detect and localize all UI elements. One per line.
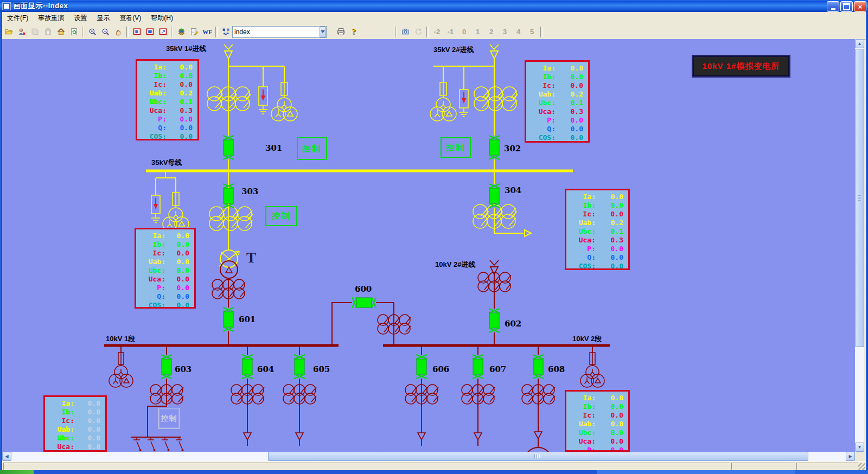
breaker-605[interactable]: [294, 355, 305, 379]
control-button-302[interactable]: 控制: [441, 137, 471, 158]
window-border-left: [0, 12, 2, 470]
measurement-row: Ib:0.0: [569, 201, 623, 210]
label-breaker-602: 602: [505, 319, 521, 329]
measurement-row: P:0.0: [528, 116, 583, 125]
main-transformer[interactable]: [219, 250, 239, 278]
label-breaker-304: 304: [505, 185, 521, 195]
pan-hand-button[interactable]: [112, 26, 125, 38]
replay-button-disabled: [412, 26, 425, 38]
switch-4[interactable]: [176, 437, 184, 451]
switch-1[interactable]: [133, 437, 142, 451]
start-button[interactable]: [0, 470, 34, 474]
label-transformer: T: [246, 249, 256, 266]
taskbar: [0, 470, 868, 474]
window-title: 画面显示--index: [14, 1, 68, 11]
scroll-down-button[interactable]: ▼: [855, 443, 864, 452]
measurement-row: Ib:0.0: [139, 72, 193, 80]
vertical-scroll-thumb[interactable]: [855, 49, 864, 347]
menu-item-2[interactable]: 事故重演: [33, 12, 69, 24]
screen-selector-combobox[interactable]: [232, 26, 327, 38]
menu-item-6[interactable]: 帮助(H): [146, 12, 178, 24]
measurement-row: P:0.0: [138, 284, 189, 292]
minimize-button[interactable]: [827, 1, 839, 12]
label-bus-10kv-2: 10kV 2段: [572, 334, 602, 344]
vertical-scrollbar[interactable]: ▲ ▼: [855, 39, 864, 452]
measurement-row: Ib:0.0: [138, 240, 189, 249]
menu-item-5[interactable]: 查看(V): [114, 12, 146, 24]
label-breaker-603: 603: [175, 364, 192, 374]
measurement-row: Ubc:0.0: [47, 434, 100, 443]
help-button[interactable]: ?: [347, 26, 360, 38]
toolbar: WF ? -2-1012345: [2, 24, 866, 40]
taskbar-window-button[interactable]: [597, 470, 795, 474]
view-panel-2-button[interactable]: [143, 26, 156, 38]
snapshot-button[interactable]: [399, 26, 412, 38]
layers-button[interactable]: [175, 26, 188, 38]
arrester-1: [259, 87, 267, 114]
zoom-out-button[interactable]: [99, 26, 112, 38]
menu-item-1[interactable]: 文件(F): [2, 12, 33, 24]
scroll-up-button[interactable]: ▲: [855, 39, 864, 48]
measurement-row: P:0.0: [139, 115, 193, 124]
control-button-603-disabled: 控制: [158, 408, 180, 429]
breaker-301[interactable]: [223, 136, 234, 159]
window-border-right: [866, 12, 868, 470]
measurement-row: Ia:0.0: [139, 63, 193, 72]
measurement-panel-304: Ia:0.0Ib:0.0Ic:0.0Uab:0.2Ubc:0.1Uca:0.3P…: [565, 189, 630, 270]
pt-incoming-1: [271, 80, 297, 121]
ct-304: [473, 204, 517, 228]
level-5: 5: [525, 28, 539, 36]
control-button-303[interactable]: 控制: [265, 206, 297, 226]
view-panel-1-button[interactable]: [130, 26, 143, 38]
open-file-button[interactable]: [2, 26, 15, 38]
measurement-row: Ia:0.0: [47, 399, 100, 408]
breaker-603[interactable]: [161, 355, 172, 379]
breaker-604[interactable]: [242, 355, 253, 379]
measurement-row: Uab:0.0: [47, 425, 100, 434]
feeder-arrow-604: [244, 433, 251, 440]
combobox-dropdown-button[interactable]: [320, 27, 326, 37]
switch-2[interactable]: [148, 437, 156, 451]
home-view-button[interactable]: [54, 26, 67, 38]
measurement-row: Ic:0.0: [139, 80, 193, 89]
properties-button[interactable]: [188, 26, 201, 38]
print-button[interactable]: [334, 26, 347, 38]
single-line-diagram: [2, 39, 855, 452]
measurement-row: Uca:0.0: [47, 443, 100, 451]
measurement-row: Uca:0.3: [528, 107, 583, 116]
breaker-602[interactable]: [489, 309, 500, 332]
menu-item-4[interactable]: 显示: [92, 12, 114, 24]
maximize-button[interactable]: [840, 1, 853, 12]
label-breaker-600: 600: [355, 284, 372, 294]
horizontal-scroll-thumb[interactable]: [268, 452, 808, 461]
refresh-button[interactable]: [67, 26, 80, 38]
pt-incoming-2: [430, 80, 456, 121]
breaker-302[interactable]: [489, 136, 500, 159]
user-login-button[interactable]: [15, 26, 28, 38]
breaker-600-bustie[interactable]: [352, 297, 376, 308]
breaker-606[interactable]: [416, 355, 427, 379]
measurement-row: COS:0.0: [569, 262, 623, 270]
breaker-608[interactable]: [533, 355, 544, 379]
app-window: 画面显示--index × 文件(F)事故重演设置显示查看(V)帮助(H): [0, 0, 868, 474]
scroll-left-button[interactable]: ◀: [2, 452, 11, 461]
taskbar-tray: [795, 470, 868, 474]
zoom-in-button[interactable]: [86, 26, 99, 38]
horizontal-scrollbar[interactable]: ◀ ▶: [2, 452, 855, 461]
scroll-right-button[interactable]: ▶: [846, 452, 855, 461]
label-incoming-1: 35kV 1#进线: [166, 44, 206, 54]
view-panel-3-button[interactable]: [156, 26, 169, 38]
breaker-607[interactable]: [473, 355, 483, 379]
measurement-row: Ic:0.0: [47, 417, 100, 425]
breaker-601[interactable]: [223, 308, 234, 331]
measurement-row: Ib:0.0: [528, 73, 583, 81]
station-name-banner: 10kV 1#模拟变电所: [692, 55, 790, 78]
node-browser-button[interactable]: [219, 26, 232, 38]
resize-grip[interactable]: [858, 463, 865, 470]
switch-3[interactable]: [162, 437, 170, 451]
control-button-301[interactable]: 控制: [297, 137, 327, 160]
menu-item-3[interactable]: 设置: [69, 12, 92, 24]
single-line-diagram-canvas: 35kV 1#进线 35kV 2#进线 35kV母线 10kV 2#进线 10k…: [2, 39, 855, 452]
close-button[interactable]: ×: [854, 1, 866, 12]
wf-mode-button[interactable]: WF: [201, 26, 214, 38]
